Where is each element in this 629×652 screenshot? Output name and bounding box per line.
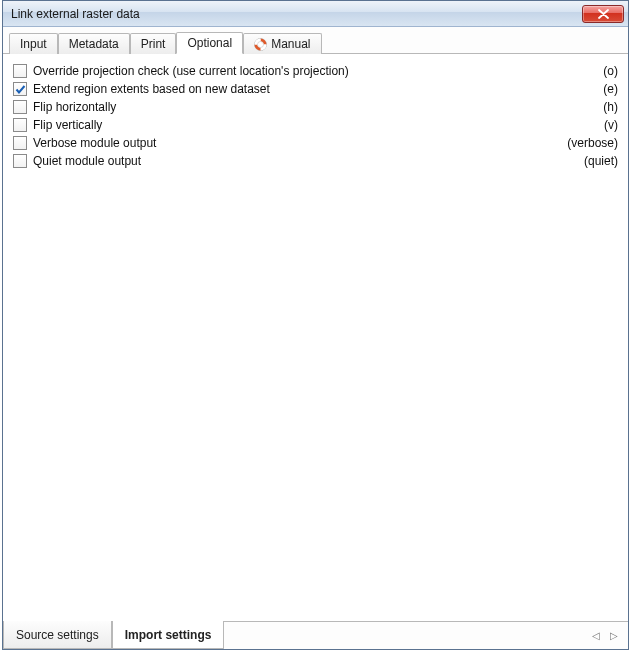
option-row: Extend region extents based on new datas… (13, 80, 618, 98)
tab-label: Manual (271, 37, 310, 51)
option-flag: (v) (604, 118, 618, 132)
tab-nav-arrows: ◁ ▷ (582, 622, 628, 649)
bottom-tab-label: Import settings (125, 628, 212, 642)
option-label: Extend region extents based on new datas… (33, 82, 595, 96)
tabs-bottom: Source settingsImport settings ◁ ▷ (3, 621, 628, 649)
close-button[interactable] (582, 5, 624, 23)
option-flag: (e) (603, 82, 618, 96)
tab-label: Optional (187, 36, 232, 50)
tab-label: Print (141, 37, 166, 51)
option-flag: (h) (603, 100, 618, 114)
bottom-spacer (224, 622, 582, 649)
svg-point-1 (258, 41, 264, 47)
option-row: Flip horizontally(h) (13, 98, 618, 116)
tabs-top: InputMetadataPrintOptionalManual (3, 27, 628, 54)
option-row: Verbose module output(verbose) (13, 134, 618, 152)
lifebuoy-icon (254, 38, 267, 51)
tab-label: Metadata (69, 37, 119, 51)
dialog-window: Link external raster data InputMetadataP… (2, 0, 629, 650)
option-checkbox[interactable] (13, 136, 27, 150)
option-flag: (o) (603, 64, 618, 78)
tab-input[interactable]: Input (9, 33, 58, 54)
tab-metadata[interactable]: Metadata (58, 33, 130, 54)
tab-manual[interactable]: Manual (243, 33, 321, 54)
tab-print[interactable]: Print (130, 33, 177, 54)
option-label: Flip vertically (33, 118, 596, 132)
option-row: Quiet module output(quiet) (13, 152, 618, 170)
bottom-tab-source-settings[interactable]: Source settings (3, 621, 112, 649)
option-label: Override projection check (use current l… (33, 64, 595, 78)
tab-content-optional: Override projection check (use current l… (3, 54, 628, 621)
option-flag: (quiet) (584, 154, 618, 168)
bottom-tab-import-settings[interactable]: Import settings (112, 621, 225, 649)
option-label: Flip horizontally (33, 100, 595, 114)
titlebar: Link external raster data (3, 1, 628, 27)
option-label: Quiet module output (33, 154, 576, 168)
tab-label: Input (20, 37, 47, 51)
option-checkbox[interactable] (13, 118, 27, 132)
option-checkbox[interactable] (13, 154, 27, 168)
option-checkbox[interactable] (13, 82, 27, 96)
option-flag: (verbose) (567, 136, 618, 150)
close-icon (598, 9, 609, 19)
bottom-tab-label: Source settings (16, 628, 99, 642)
option-label: Verbose module output (33, 136, 559, 150)
tab-optional[interactable]: Optional (176, 32, 243, 54)
option-row: Override projection check (use current l… (13, 62, 618, 80)
window-title: Link external raster data (11, 7, 582, 21)
tab-prev-button[interactable]: ◁ (592, 630, 600, 641)
option-row: Flip vertically(v) (13, 116, 618, 134)
option-checkbox[interactable] (13, 100, 27, 114)
tab-next-button[interactable]: ▷ (610, 630, 618, 641)
option-checkbox[interactable] (13, 64, 27, 78)
